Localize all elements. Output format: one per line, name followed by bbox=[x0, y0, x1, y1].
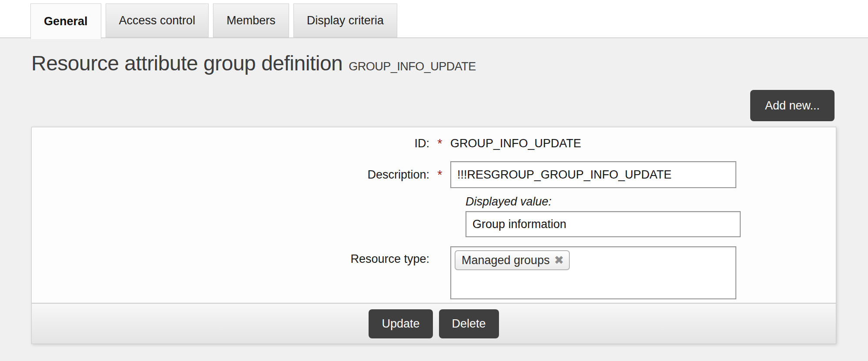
tab-access-control-label: Access control bbox=[119, 14, 196, 27]
tab-general-label: General bbox=[44, 15, 88, 28]
id-required-asterisk: * bbox=[429, 136, 450, 151]
remove-tag-icon[interactable]: ✖ bbox=[554, 253, 564, 267]
id-value: GROUP_INFO_UPDATE bbox=[450, 137, 581, 150]
page-title-text: Resource attribute group definition bbox=[31, 52, 343, 75]
tab-display-criteria-label: Display criteria bbox=[307, 14, 384, 27]
id-value-cell: GROUP_INFO_UPDATE bbox=[450, 137, 836, 150]
update-button[interactable]: Update bbox=[369, 309, 432, 338]
form-panel: ID: * GROUP_INFO_UPDATE Description: * D… bbox=[31, 127, 836, 344]
page-title: Resource attribute group definitionGROUP… bbox=[31, 51, 868, 75]
id-row: ID: * GROUP_INFO_UPDATE bbox=[32, 136, 836, 151]
resource-type-label: Resource type: bbox=[32, 246, 429, 266]
delete-button[interactable]: Delete bbox=[439, 309, 499, 338]
add-new-button[interactable]: Add new... bbox=[750, 90, 835, 121]
form-footer: Update Delete bbox=[32, 303, 836, 344]
description-label: Description: bbox=[32, 168, 429, 182]
displayed-value-row: Displayed value: bbox=[32, 196, 836, 237]
description-cell bbox=[450, 161, 836, 188]
description-input[interactable] bbox=[450, 161, 736, 188]
resource-type-multiselect[interactable]: Managed groups ✖ bbox=[450, 246, 736, 299]
toolbar: Add new... bbox=[0, 90, 835, 121]
form-body: ID: * GROUP_INFO_UPDATE Description: * D… bbox=[32, 127, 836, 303]
resource-type-tag-label: Managed groups bbox=[462, 254, 550, 267]
resource-type-row: Resource type: Managed groups ✖ bbox=[32, 246, 836, 299]
displayed-value-cell: Displayed value: bbox=[466, 196, 836, 237]
tab-members-label: Members bbox=[226, 14, 276, 27]
resource-type-cell: Managed groups ✖ bbox=[450, 246, 836, 299]
page-subtitle: GROUP_INFO_UPDATE bbox=[349, 60, 476, 73]
resource-type-tag: Managed groups ✖ bbox=[455, 250, 570, 270]
tab-general[interactable]: General bbox=[30, 3, 101, 39]
tab-display-criteria[interactable]: Display criteria bbox=[293, 3, 397, 37]
description-row: Description: * bbox=[32, 161, 836, 188]
tab-access-control[interactable]: Access control bbox=[106, 3, 209, 37]
displayed-value-label: Displayed value: bbox=[466, 196, 836, 208]
main-content: Resource attribute group definitionGROUP… bbox=[0, 51, 868, 344]
description-required-asterisk: * bbox=[429, 168, 450, 182]
id-label: ID: bbox=[32, 137, 429, 150]
tab-bar: General Access control Members Display c… bbox=[0, 0, 868, 38]
displayed-value-input[interactable] bbox=[466, 211, 741, 237]
tab-members[interactable]: Members bbox=[213, 3, 289, 37]
